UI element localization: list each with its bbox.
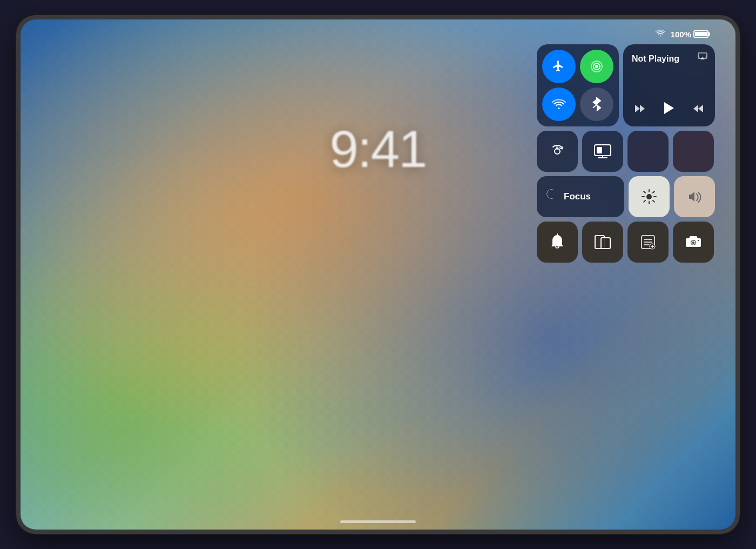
svg-rect-2 [556, 146, 558, 150]
battery-icon [693, 30, 708, 38]
battery-fill [695, 32, 707, 36]
screen-mirror-button[interactable] [582, 131, 623, 172]
focus-button[interactable]: Focus [537, 176, 624, 217]
time-display: 9:41 [330, 119, 427, 179]
svg-rect-4 [597, 147, 602, 153]
camera-button[interactable] [673, 222, 714, 263]
not-playing-text: Not Playing [632, 54, 706, 64]
fast-forward-button[interactable] [692, 104, 704, 116]
svg-point-5 [646, 194, 652, 199]
svg-point-0 [595, 65, 598, 68]
do-not-disturb-button[interactable] [537, 222, 578, 263]
battery-percent-text: 100% [671, 30, 691, 39]
bluetooth-button[interactable] [580, 88, 613, 121]
status-bar: 100% [656, 29, 708, 39]
placeholder-1-button[interactable] [627, 131, 669, 172]
volume-button[interactable] [674, 176, 715, 217]
now-playing-panel: Not Playing [623, 44, 715, 126]
home-indicator[interactable] [340, 520, 416, 523]
ipad-frame: 9:41 100% [16, 15, 740, 534]
cc-row-1: Not Playing [537, 44, 715, 126]
hotspot-button[interactable] [580, 50, 613, 83]
brightness-button[interactable] [629, 176, 670, 217]
svg-line-13 [644, 200, 645, 202]
wifi-status-icon [656, 29, 665, 39]
airplay-icon[interactable] [698, 52, 707, 63]
rewind-button[interactable] [634, 104, 646, 116]
multitasking-button[interactable] [582, 222, 623, 263]
svg-point-26 [698, 240, 699, 241]
focus-label: Focus [564, 191, 591, 202]
svg-line-10 [644, 191, 645, 193]
cc-row-3: Focus [537, 176, 715, 217]
airplane-mode-button[interactable] [542, 50, 576, 83]
battery-status: 100% [671, 30, 708, 39]
cc-row-2 [537, 131, 715, 172]
wifi-toggle-button[interactable] [542, 88, 576, 121]
control-center: Not Playing [537, 44, 715, 263]
svg-line-11 [653, 200, 654, 202]
play-button[interactable] [663, 101, 675, 119]
svg-rect-16 [601, 238, 610, 249]
moon-icon [544, 188, 558, 206]
connectivity-panel [537, 44, 619, 126]
media-controls [632, 101, 706, 119]
note-button[interactable] [627, 222, 669, 263]
cc-row-4 [537, 222, 715, 263]
svg-line-12 [653, 191, 654, 193]
rotation-lock-button[interactable] [537, 131, 578, 172]
placeholder-2-button[interactable] [673, 131, 714, 172]
